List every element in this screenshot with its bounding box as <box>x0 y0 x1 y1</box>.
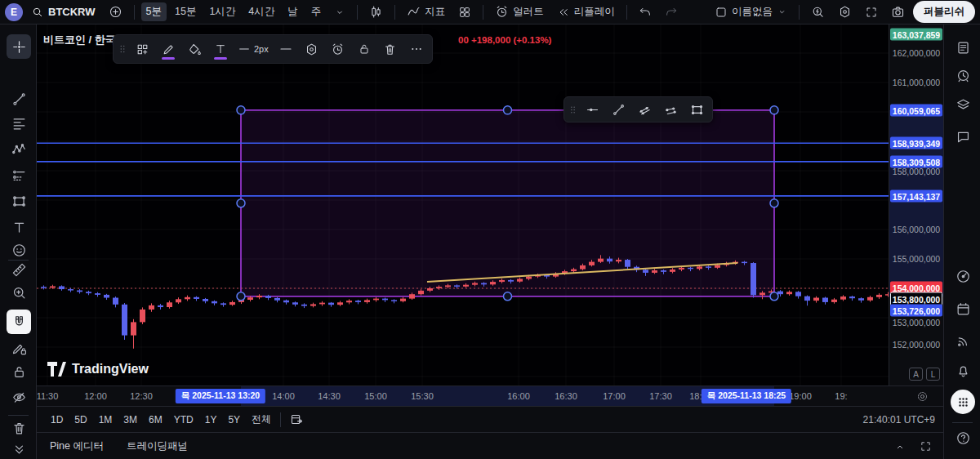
panel-maximize-button[interactable] <box>920 440 932 452</box>
pattern-tool[interactable] <box>7 136 31 161</box>
text-color-button[interactable] <box>208 37 233 61</box>
toolbar-drag-handle[interactable] <box>568 105 578 115</box>
price-axis-label: 163,037,859 <box>890 29 942 41</box>
drawing-alert-button[interactable] <box>326 37 350 61</box>
watchlist-panel[interactable] <box>951 35 975 60</box>
trend-line-tool-button[interactable] <box>606 97 630 122</box>
drawing-more-button[interactable] <box>404 37 429 61</box>
toolbar-divider <box>8 415 29 416</box>
fib-retracement-tool[interactable] <box>7 111 31 136</box>
compare-symbol-button[interactable] <box>104 2 127 21</box>
clock-label[interactable]: 21:40:01 UTC+9 <box>863 414 935 426</box>
draghandle-icon <box>568 105 578 115</box>
drawing-lock-tool[interactable] <box>7 336 31 360</box>
time-axis-label: 19:00 <box>789 391 812 401</box>
range-button-3M[interactable]: 3M <box>118 412 143 428</box>
range-button-1M[interactable]: 1M <box>93 412 118 428</box>
chart-pane[interactable]: 비트코인 / 한국 원 00 +198,000 (+0.13%) Trading… <box>37 25 889 385</box>
layout-name-label: 이름없음 <box>732 5 773 19</box>
redo-button[interactable] <box>660 3 683 21</box>
range-button-5Y[interactable]: 5Y <box>222 412 246 428</box>
save-layout-button[interactable]: 이름없음 <box>710 2 792 21</box>
drawing-delete-button[interactable] <box>378 37 403 61</box>
predict-icon <box>11 167 27 183</box>
interval-dropdown[interactable] <box>329 4 350 20</box>
hotlists-panel[interactable] <box>951 264 975 288</box>
line-width-button[interactable]: 2px <box>234 37 272 61</box>
chart-style-button[interactable] <box>364 2 388 21</box>
time-axis-label: 16:00 <box>507 391 530 401</box>
collapse-toolbar[interactable] <box>7 437 31 459</box>
quick-search-button[interactable] <box>806 2 830 21</box>
axis-settings-button[interactable] <box>916 390 929 403</box>
toolbar-drag-handle[interactable] <box>117 43 128 55</box>
ruler-tool[interactable] <box>7 257 31 282</box>
text-tool[interactable] <box>7 215 31 239</box>
layout-grid-button[interactable] <box>453 3 476 21</box>
disjoint-channel-tool-button[interactable] <box>658 97 683 122</box>
line-style-button[interactable] <box>274 37 298 61</box>
hide-all-tool[interactable] <box>7 385 31 409</box>
trend-line-tool[interactable] <box>7 87 31 111</box>
range-button-1Y[interactable]: 1Y <box>199 412 223 428</box>
range-button-YTD[interactable]: YTD <box>168 412 199 428</box>
log-scale-button[interactable]: L <box>926 368 940 381</box>
fill-color-button[interactable] <box>182 37 207 61</box>
lock-all-tool[interactable] <box>7 359 31 384</box>
drawing-lock-button[interactable] <box>352 37 376 61</box>
drawing-template-button[interactable] <box>130 37 154 61</box>
rectangle-tool-button[interactable] <box>684 97 709 122</box>
calendar-panel[interactable] <box>951 296 975 321</box>
prediction-tool[interactable] <box>7 163 31 187</box>
shapes-tool[interactable] <box>7 189 31 213</box>
interval-button-3[interactable]: 4시간 <box>243 2 279 21</box>
replay-button[interactable]: 리플레이 <box>552 2 620 21</box>
horizontal-line-tool-button[interactable] <box>580 97 604 122</box>
range-button-6M[interactable]: 6M <box>143 412 168 428</box>
interval-button-4[interactable]: 날 <box>283 2 303 21</box>
snapshot-button[interactable] <box>886 2 910 21</box>
price-axis-label: 158,939,349 <box>890 137 942 149</box>
help-button[interactable] <box>951 426 975 450</box>
auto-scale-button[interactable]: A <box>909 368 923 381</box>
time-axis[interactable]: 11:3012:0012:3014:0014:3015:0015:3016:00… <box>37 385 943 406</box>
fullscreen-button[interactable] <box>860 3 883 21</box>
publish-button[interactable]: 퍼블리쉬 <box>913 1 975 23</box>
object-tree-panel[interactable] <box>951 92 975 117</box>
apps-menu[interactable] <box>951 390 975 414</box>
magnet-tool[interactable] <box>7 310 31 334</box>
crosshair-tool[interactable] <box>7 34 31 59</box>
listdoc-icon <box>956 40 971 56</box>
panel-expand-up-button[interactable] <box>893 440 906 453</box>
parallel-channel-tool-button[interactable] <box>632 97 657 122</box>
news-panel[interactable] <box>951 328 975 353</box>
symbol-search-button[interactable]: BTCKRW <box>26 3 100 21</box>
range-button-1D[interactable]: 1D <box>45 412 69 428</box>
drawing-settings-button[interactable] <box>300 37 324 61</box>
alerts-panel[interactable] <box>951 63 975 87</box>
undo-button[interactable] <box>634 3 657 21</box>
draghandle-icon <box>117 43 128 55</box>
redo-icon <box>665 6 678 19</box>
range-button-5D[interactable]: 5D <box>69 412 92 428</box>
interval-button-0[interactable]: 5분 <box>141 2 167 21</box>
indicators-button[interactable]: 지표 <box>402 2 450 21</box>
settings-button[interactable] <box>833 2 857 21</box>
interval-button-1[interactable]: 15분 <box>170 2 201 21</box>
notifications-panel[interactable] <box>951 358 975 382</box>
goto-date-button[interactable] <box>284 410 310 429</box>
range-button-전체[interactable]: 전체 <box>246 410 277 429</box>
trendtool-icon <box>11 91 27 107</box>
candlestick-chart[interactable] <box>37 25 889 385</box>
interval-button-2[interactable]: 1시간 <box>204 2 240 21</box>
price-axis[interactable]: 163,037,859162,000,000161,000,000160,059… <box>889 25 943 385</box>
interval-button-5[interactable]: 주 <box>306 2 327 21</box>
alert-button[interactable]: 얼러트 <box>490 2 549 21</box>
bottom-tab-1[interactable]: 트레이딩패널 <box>127 439 188 453</box>
line-color-button[interactable] <box>156 37 180 61</box>
bottom-tab-0[interactable]: Pine 에디터 <box>50 439 104 453</box>
user-avatar[interactable]: E <box>5 3 23 21</box>
time-axis-label: 17:00 <box>603 391 626 401</box>
chat-panel[interactable] <box>951 124 975 149</box>
zoom-in-tool[interactable] <box>7 280 31 305</box>
